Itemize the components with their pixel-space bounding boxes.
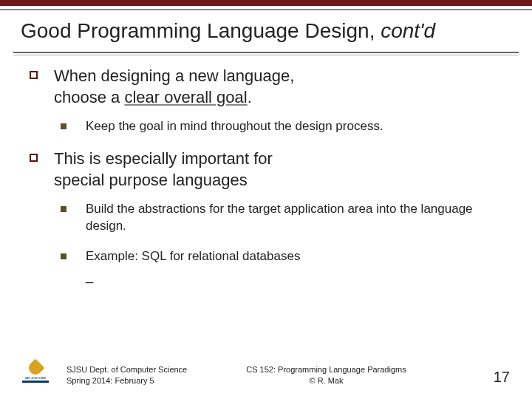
footer: SAN JOSE STATE SJSU Dept. of Computer Sc…	[0, 361, 532, 386]
logo-text: SAN JOSE STATE	[22, 376, 49, 380]
small-square-bullet-icon	[61, 253, 66, 259]
page-number: 17	[494, 369, 510, 386]
bullet-text: This is especially important for special…	[54, 149, 273, 191]
slide-title: Good Programming Language Design, cont'd	[21, 19, 511, 43]
small-square-bullet-icon	[61, 206, 66, 212]
content-area: When designing a new language, choose a …	[0, 55, 532, 284]
top-accent-stripe	[0, 0, 532, 6]
dash-placeholder: _	[86, 268, 502, 284]
bullet-level2: Keep the goal in mind throughout the des…	[61, 118, 502, 135]
b1-line1: When designing a new language,	[54, 66, 294, 85]
footer-center: CS 152: Programming Language Paradigms ©…	[246, 364, 406, 386]
b1-line2a: choose a	[54, 88, 124, 106]
footer-left: SJSU Dept. of Computer Science Spring 20…	[66, 364, 187, 386]
sub-bullet-text: Build the abstractions for the target ap…	[86, 201, 502, 235]
footer-left-line1: SJSU Dept. of Computer Science	[66, 365, 187, 374]
title-area: Good Programming Language Design, cont'd	[0, 10, 532, 47]
b2-line1: This is especially important for	[54, 149, 273, 168]
title-italic: cont'd	[381, 19, 435, 42]
footer-center-line2: © R. Mak	[309, 376, 343, 385]
sjsu-logo-icon: SAN JOSE STATE	[22, 361, 49, 386]
small-square-bullet-icon	[61, 123, 66, 129]
footer-left-line2: Spring 2014: February 5	[66, 376, 154, 385]
b2-line2: special purpose languages	[54, 171, 248, 189]
title-main: Good Programming Language Design,	[21, 19, 381, 42]
sub-bullet-text: Keep the goal in mind throughout the des…	[86, 118, 383, 135]
bullet-level2: Build the abstractions for the target ap…	[61, 201, 502, 235]
title-underline	[13, 52, 519, 53]
bullet-level2: Example: SQL for relational databases	[61, 248, 502, 265]
square-bullet-icon	[30, 71, 38, 79]
b1-underlined: clear overall goal	[124, 88, 247, 106]
bullet-text: When designing a new language, choose a …	[54, 66, 294, 108]
b1-line2c: .	[248, 88, 252, 106]
bullet-level1: This is especially important for special…	[30, 149, 502, 191]
square-bullet-icon	[30, 154, 38, 162]
sub-bullet-text: Example: SQL for relational databases	[86, 248, 300, 265]
footer-center-line1: CS 152: Programming Language Paradigms	[246, 365, 406, 374]
bullet-level1: When designing a new language, choose a …	[30, 66, 502, 108]
